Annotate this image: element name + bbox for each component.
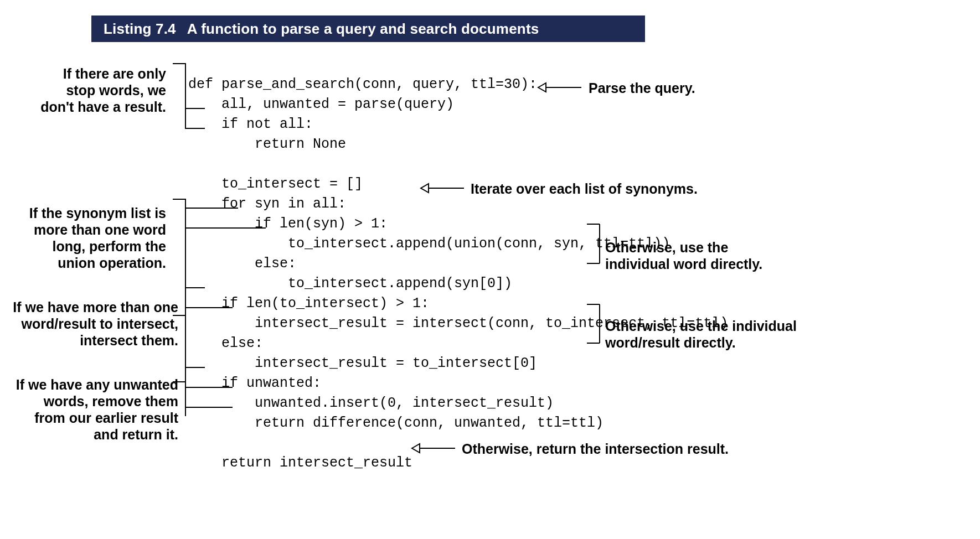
listing-header: Listing 7.4A function to parse a query a… (91, 15, 645, 42)
annotation-union: If the synonym list ismore than one word… (0, 205, 166, 271)
annotation-unwanted: If we have any unwantedwords, remove the… (0, 376, 178, 443)
annotation-individual-result: Otherwise, use the individualword/result… (605, 318, 827, 351)
annotation-iterate: Iterate over each list of synonyms. (471, 180, 698, 197)
annotation-individual-word: Otherwise, use theindividual word direct… (605, 239, 782, 272)
annotation-return: Otherwise, return the intersection resul… (462, 440, 729, 457)
code-block: def parse_and_search(conn, query, ttl=30… (188, 75, 728, 473)
annotation-stop-words: If there are onlystop words, wedon't hav… (0, 65, 166, 115)
annotation-parse: Parse the query. (589, 80, 695, 96)
listing-page: Listing 7.4A function to parse a query a… (0, 0, 980, 539)
annotation-intersect: If we have more than oneword/result to i… (0, 299, 178, 349)
listing-number: Listing 7.4 (104, 20, 176, 37)
listing-title: A function to parse a query and search d… (187, 20, 539, 37)
